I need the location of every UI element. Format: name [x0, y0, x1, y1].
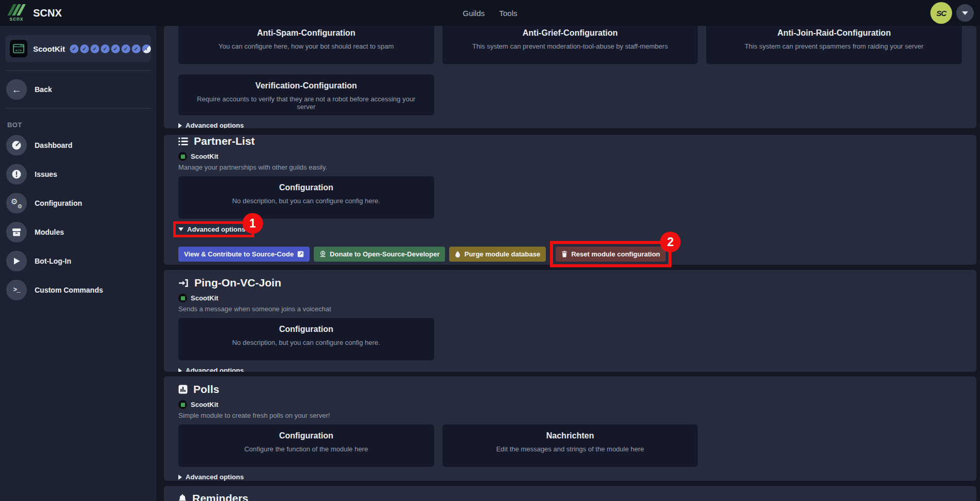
user-avatar[interactable]: SC [930, 2, 952, 24]
annotation-badge-1: 1 [242, 213, 263, 234]
back-arrow-icon: ← [12, 85, 22, 95]
sidebar-item-dashboard[interactable]: Dashboard [5, 131, 151, 160]
module-heading: Polls [178, 383, 962, 396]
user-menu-button[interactable] [956, 4, 974, 22]
card-polls-configuration[interactable]: Configuration Configure the function of … [178, 424, 434, 467]
nav-link-tools[interactable]: Tools [499, 9, 517, 18]
poll-chart-icon [178, 385, 188, 394]
verified-badge-icon: ✓ [121, 44, 130, 53]
module-heading: Partner-List [178, 135, 962, 147]
module-author: ScootKit [178, 294, 962, 302]
module-heading: Ping-On-VC-Join [178, 277, 962, 289]
advanced-buttons-row: View & Contribute to Source-Code Donate … [178, 241, 962, 267]
caret-down-icon [178, 227, 183, 231]
card-anti-join-raid[interactable]: Anti-Join-Raid-Configuration This system… [706, 26, 962, 64]
module-description: Simple module to create fresh polls on y… [178, 412, 962, 419]
terminal-icon: >_ [6, 280, 27, 300]
section-reminders: Reminders [164, 486, 976, 501]
nav-link-guilds[interactable]: Guilds [463, 9, 485, 18]
module-heading: Reminders [178, 492, 962, 501]
card-anti-grief[interactable]: Anti-Grief-Configuration This system can… [442, 26, 698, 64]
module-title: Polls [193, 383, 219, 396]
divider [5, 70, 151, 71]
annotation-box-2: Reset module configuration 2 [550, 241, 671, 267]
source-code-button[interactable]: View & Contribute to Source-Code [178, 247, 310, 262]
scnx-logo-icon: scnx [7, 3, 26, 23]
droplet-icon [455, 251, 461, 257]
donate-button[interactable]: Donate to Open-Source-Developer [314, 247, 445, 262]
advanced-options-toggle[interactable]: Advanced options [178, 367, 244, 372]
divider [5, 108, 151, 109]
caret-right-icon [178, 123, 182, 128]
annotation-box-1: Advanced options 1 [173, 221, 254, 237]
verified-badge-icon: ✓ [111, 44, 120, 53]
back-label: Back [35, 85, 52, 94]
card-verification[interactable]: Verification-Configuration Require accou… [178, 74, 434, 115]
back-button[interactable]: ← Back [6, 79, 151, 100]
brand-title: SCNX [33, 7, 62, 19]
scootkit-avatar [178, 152, 187, 161]
module-description: Sends a message when someone joins a voi… [178, 305, 962, 313]
verified-badge-icon: ✓ [80, 44, 89, 53]
advanced-options-toggle-expanded[interactable]: Advanced options [178, 225, 246, 233]
annotation-badge-2: 2 [660, 232, 681, 252]
play-icon [6, 251, 27, 271]
partner-badge-icon: ‹ [142, 44, 151, 53]
main-content: Anti-Spam-Configuration You can configur… [156, 26, 980, 501]
svg-text:</>: </> [16, 49, 22, 53]
list-icon [178, 137, 188, 146]
reset-configuration-button[interactable]: Reset module configuration [556, 247, 666, 262]
section-moderation: Anti-Spam-Configuration You can configur… [164, 26, 976, 128]
module-author: ScootKit [178, 152, 962, 161]
sidebar-item-issues[interactable]: Issues [5, 160, 151, 189]
card-partner-configuration[interactable]: Configuration No description, but you ca… [178, 176, 434, 219]
sidebar-item-bot-log-in[interactable]: Bot-Log-In [5, 247, 151, 276]
module-title: Partner-List [194, 135, 255, 147]
module-author: ScootKit [178, 400, 962, 409]
module-title: Reminders [192, 492, 249, 501]
sidebar-item-configuration[interactable]: ⚙⚙ Configuration [5, 189, 151, 218]
sidebar-section-bot: BOT [7, 121, 151, 129]
verified-badge-icon: ✓ [132, 44, 141, 53]
verified-badge-icon: ✓ [101, 44, 110, 53]
advanced-options-toggle[interactable]: Advanced options [178, 473, 244, 481]
donate-icon [319, 251, 326, 257]
box-icon [6, 222, 27, 242]
issues-icon [6, 164, 27, 185]
sidebar: </> ScootKit ✓ ✓ ✓ ✓ ✓ ✓ ✓ ‹ ← Back BOT … [0, 26, 156, 501]
nav-links: Guilds Tools [463, 9, 517, 18]
brand[interactable]: scnx SCNX [7, 3, 62, 23]
verified-badge-icon: ✓ [90, 44, 99, 53]
sidebar-item-modules[interactable]: Modules [5, 218, 151, 247]
server-badges: ✓ ✓ ✓ ✓ ✓ ✓ ✓ ‹ [70, 44, 151, 53]
verified-badge-icon: ✓ [70, 44, 79, 53]
card-polls-nachrichten[interactable]: Nachrichten Edit the messages and string… [442, 424, 698, 467]
section-partner-list: Partner-List ScootKit Manage your partne… [164, 135, 976, 265]
bell-icon [178, 494, 187, 501]
external-link-icon [297, 251, 304, 257]
scootkit-avatar: </> [10, 40, 27, 57]
purge-database-button[interactable]: Purge module database [449, 247, 546, 262]
scootkit-avatar [178, 400, 187, 409]
section-ping-on-vc-join: Ping-On-VC-Join ScootKit Sends a message… [164, 270, 976, 372]
card-anti-spam[interactable]: Anti-Spam-Configuration You can configur… [178, 26, 434, 64]
caret-right-icon [178, 475, 182, 480]
trash-icon [561, 251, 568, 257]
server-card[interactable]: </> ScootKit ✓ ✓ ✓ ✓ ✓ ✓ ✓ ‹ [5, 35, 151, 62]
dashboard-icon [6, 135, 27, 156]
logo-text: scnx [10, 16, 24, 22]
gears-icon: ⚙⚙ [6, 193, 27, 214]
sidebar-item-custom-commands[interactable]: >_ Custom Commands [5, 276, 151, 305]
scootkit-avatar [178, 294, 187, 302]
module-description: Manage your partnerships with other guil… [178, 163, 962, 171]
section-polls: Polls ScootKit Simple module to create f… [164, 376, 976, 481]
module-title: Ping-On-VC-Join [194, 277, 281, 289]
top-navbar: scnx SCNX Guilds Tools SC [0, 0, 980, 26]
chevron-down-icon [962, 11, 968, 15]
sign-in-icon [178, 279, 189, 287]
advanced-options-toggle[interactable]: Advanced options [178, 122, 244, 128]
caret-right-icon [178, 368, 182, 372]
card-ping-configuration[interactable]: Configuration No description, but you ca… [178, 318, 434, 360]
server-name: ScootKit [33, 44, 65, 53]
